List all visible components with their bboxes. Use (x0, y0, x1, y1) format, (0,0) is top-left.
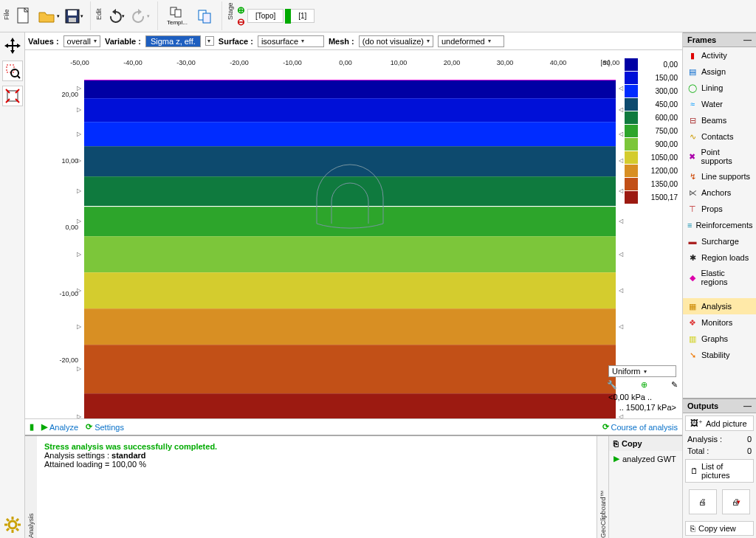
course-of-analysis-button[interactable]: ⟳Course of analysis (602, 422, 678, 432)
tab-stage-1[interactable]: [1] (285, 9, 315, 24)
copy-column: ⎘Copy ▶analyzed GWT (608, 436, 682, 538)
svg-rect-9 (203, 13, 210, 23)
svg-rect-16 (7, 65, 14, 72)
analyze-button[interactable]: ▶Analyze (41, 422, 78, 432)
values-dropdown[interactable]: overall (63, 35, 100, 47)
range-lo: <0,00 kPa .. (607, 392, 678, 402)
legend-setting-1[interactable]: 🔧 (607, 380, 617, 390)
save-file-button[interactable]: ▾ (62, 3, 86, 30)
variable-dropdown-arrow[interactable] (205, 36, 214, 46)
frames-title: Frames (687, 35, 716, 44)
frames-list: ▮Activity▤Assign◯Lining≈Water⊟Beams∿Cont… (683, 47, 756, 398)
copy-stage-button[interactable] (193, 3, 217, 30)
geoclipboard-label: GeoClipboard™ (599, 531, 607, 538)
ruler-horizontal: -50,00-40,00-30,00-20,00-10,000,0010,002… (80, 59, 675, 72)
out-analysis-val: 0 (747, 435, 752, 444)
frame-props[interactable]: ⊤Props (683, 201, 756, 217)
tab-topo[interactable]: [Topo] (247, 9, 284, 23)
main-toolbar: File ▾ ▾ Edit ▾ ▾ Templ... Stage ⊕ ⊖ [To… (0, 0, 756, 32)
frame-elastic-regions[interactable]: ◆Elastic regions (683, 266, 756, 289)
svg-marker-14 (4, 44, 8, 48)
print-button-2[interactable]: 🖨▾ (722, 489, 750, 514)
ruler-vertical: 20,0010,000,00-10,00-20,00-30,00 (61, 80, 80, 411)
surface-dropdown[interactable]: isosurface (258, 35, 324, 47)
frame-graphs[interactable]: ▥Graphs (683, 331, 756, 347)
list-pictures-button[interactable]: 🗒List of pictures (685, 459, 754, 483)
legend-setting-3[interactable]: ✎ (671, 380, 678, 390)
svg-marker-15 (17, 44, 21, 48)
new-file-button[interactable] (12, 3, 35, 30)
add-stage-button[interactable]: ⊕ (236, 4, 246, 15)
remove-stage-button[interactable]: ⊖ (236, 16, 246, 27)
analysis-settings-button[interactable]: ⟳Settings (86, 422, 124, 432)
svg-line-30 (16, 528, 18, 531)
frame-lining[interactable]: ◯Lining (683, 80, 756, 96)
copy-header: Copy (622, 439, 642, 448)
params-bar: Values : overall Variable : Sigma z, eff… (25, 32, 682, 50)
analysis-canvas[interactable]: -50,00-40,00-30,00-20,00-10,000,0010,002… (25, 50, 682, 418)
mesh-dropdown[interactable]: (do not visualize) (359, 35, 433, 47)
add-picture-button[interactable]: 🖼⁺Add picture (685, 415, 754, 431)
svg-line-18 (18, 76, 20, 78)
frame-water[interactable]: ≈Water (683, 96, 756, 112)
variable-dropdown[interactable]: Sigma z, eff. (145, 35, 201, 47)
print-button-1[interactable]: 🖨 (689, 489, 717, 514)
color-legend: 0,00150,00300,00450,00600,00750,00900,00… (614, 58, 678, 204)
legend-setting-2[interactable]: ⊕ (641, 380, 647, 390)
templates-button[interactable]: Templ... (162, 3, 192, 30)
frame-contacts[interactable]: ∿Contacts (683, 128, 756, 145)
frame-point-supports[interactable]: ✖Point supports (683, 145, 756, 168)
message-area: Analysis Stress analysis was successfull… (25, 435, 682, 538)
outputs-minimize[interactable]: ― (743, 401, 752, 410)
redo-button[interactable]: ▾ (129, 3, 153, 30)
pan-tool[interactable] (2, 35, 23, 56)
edit-label: Edit (95, 13, 103, 20)
variable-label: Variable : (105, 37, 141, 46)
frame-activity[interactable]: ▮Activity (683, 47, 756, 63)
zoom-region-tool[interactable] (2, 61, 23, 81)
frames-minimize[interactable]: ― (743, 35, 752, 44)
svg-line-29 (7, 519, 9, 521)
analysis-side-label: Analysis (27, 531, 35, 538)
open-file-button[interactable]: ▾ (37, 3, 61, 30)
status-ok-text: Stress analysis was successfully complet… (44, 442, 589, 451)
file-label: File (3, 13, 10, 20)
legend-controls: Uniform 🔧 ⊕ ✎ <0,00 kPa .. .. 1500,17 kP… (607, 365, 678, 413)
frame-line-supports[interactable]: ↯Line supports (683, 168, 756, 184)
right-panel: Frames― ▮Activity▤Assign◯Lining≈Water⊟Be… (682, 32, 756, 538)
stress-plot: ▷◁▷◁▷◁▷◁▷◁▷◁▷◁▷◁▷◁▷◁▷◁ (84, 80, 616, 418)
values-label: Values : (28, 37, 59, 46)
svg-marker-5 (138, 9, 142, 15)
svg-point-17 (11, 69, 18, 77)
fit-view-tool[interactable] (2, 86, 23, 106)
frame-anchors[interactable]: ⋉Anchors (683, 184, 756, 201)
frame-assign[interactable]: ▤Assign (683, 63, 756, 80)
out-analysis-label: Analysis : (687, 435, 722, 444)
mesh-label: Mesh : (329, 37, 354, 46)
frame-surcharge[interactable]: ▬Surcharge (683, 233, 756, 249)
svg-rect-2 (68, 10, 77, 15)
frame-region-loads[interactable]: ✱Region loads (683, 249, 756, 266)
svg-rect-3 (69, 18, 76, 22)
frame-stability[interactable]: ➘Stability (683, 347, 756, 363)
analysis-actions-bar: ▮ ▶Analyze ⟳Settings ⟳Course of analysis (25, 418, 682, 435)
copy-analyzed-gwt[interactable]: ▶analyzed GWT (609, 451, 682, 466)
undo-button[interactable]: ▾ (104, 3, 128, 30)
frame-analysis[interactable]: ▦Analysis (683, 298, 756, 314)
ruler-unit: [m] (601, 59, 611, 66)
deform-dropdown[interactable]: undeformed (438, 35, 504, 47)
svg-line-32 (16, 519, 18, 521)
range-hi: .. 1500,17 kPa> (607, 402, 678, 413)
scale-mode-dropdown[interactable]: Uniform (608, 365, 676, 377)
copy-view-button[interactable]: ⎘Copy view (685, 521, 754, 536)
view-tools (0, 32, 25, 538)
svg-marker-4 (112, 9, 116, 15)
settings-gear-button[interactable] (2, 514, 23, 535)
out-total-label: Total : (687, 446, 709, 455)
out-total-val: 0 (747, 446, 752, 455)
frame-reinforcements[interactable]: ≡Reinforcements (683, 217, 756, 233)
frame-monitors[interactable]: ❖Monitors (683, 314, 756, 331)
frame-beams[interactable]: ⊟Beams (683, 112, 756, 128)
svg-marker-12 (10, 38, 15, 41)
stage-label: Stage (227, 13, 234, 20)
